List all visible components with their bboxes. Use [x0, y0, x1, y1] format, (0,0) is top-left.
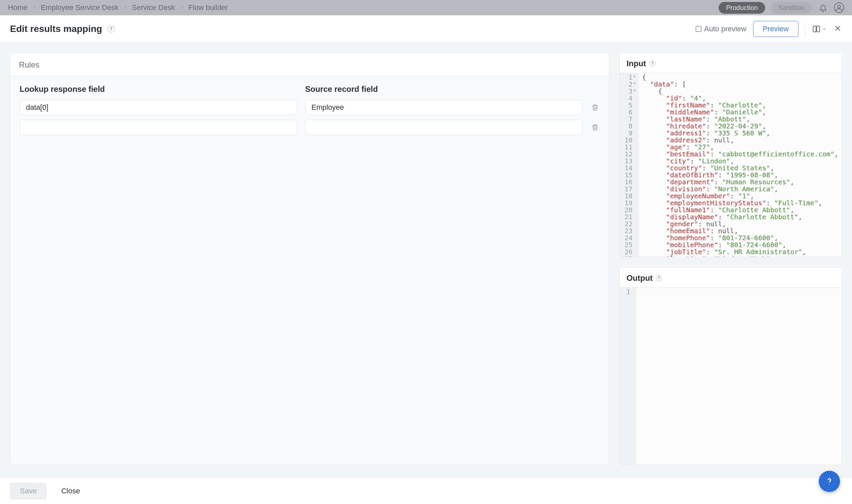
help-icon[interactable]: ?: [656, 275, 662, 281]
page-title: Edit results mapping: [10, 24, 102, 34]
trash-icon[interactable]: [590, 104, 600, 111]
svg-point-3: [829, 484, 830, 484]
chevron-right-icon: [123, 5, 128, 10]
breadcrumb-home[interactable]: Home: [8, 3, 28, 12]
input-panel-title: Input: [626, 59, 646, 68]
checkbox-icon: [696, 26, 702, 32]
preview-button[interactable]: Preview: [753, 21, 798, 37]
lookup-field[interactable]: data[0]: [20, 100, 297, 115]
close-footer-button[interactable]: Close: [55, 483, 87, 499]
input-code-editor[interactable]: 1▾2▾3▾4 5 6 7 8 9 10 11 12 13 14 15 16 1…: [620, 73, 842, 257]
chevron-right-icon: [179, 5, 184, 10]
svg-point-0: [838, 5, 841, 8]
output-code-editor[interactable]: 1: [620, 287, 842, 465]
breadcrumb-esd[interactable]: Employee Service Desk: [41, 3, 119, 12]
rules-panel: Rules Lookup response field Source recor…: [10, 53, 609, 465]
env-sandbox-button[interactable]: Sandbox: [771, 2, 812, 14]
env-production-button[interactable]: Production: [718, 2, 765, 14]
column-lookup-header: Lookup response field: [20, 85, 297, 94]
lookup-field[interactable]: [20, 120, 297, 135]
footer: Save Close: [0, 478, 852, 504]
help-icon[interactable]: ?: [107, 25, 115, 33]
breadcrumb-flowbuilder[interactable]: Flow builder: [189, 3, 228, 12]
column-source-header: Source record field: [305, 85, 583, 94]
breadcrumb-servicedesk[interactable]: Service Desk: [132, 3, 175, 12]
breadcrumb-bar: Home Employee Service Desk Service Desk …: [0, 0, 852, 15]
source-field[interactable]: Employee: [305, 100, 583, 115]
output-panel: Output ? 1: [619, 267, 842, 465]
auto-preview-checkbox[interactable]: Auto preview: [696, 24, 746, 33]
auto-preview-label: Auto preview: [704, 24, 746, 33]
avatar-icon[interactable]: [834, 3, 844, 13]
source-field[interactable]: [305, 120, 583, 135]
svg-rect-2: [817, 26, 820, 32]
output-panel-title: Output: [626, 273, 653, 283]
divider: [805, 22, 805, 36]
close-button[interactable]: [833, 24, 842, 34]
rules-title: Rules: [10, 53, 609, 76]
page-header: Edit results mapping ? Auto preview Prev…: [0, 15, 852, 42]
trash-icon[interactable]: [590, 123, 600, 131]
save-button: Save: [10, 483, 47, 499]
input-panel: Input ? 1▾2▾3▾4 5 6 7 8 9 10 11 12 13 14…: [619, 53, 842, 257]
help-fab-button[interactable]: [819, 471, 840, 492]
svg-rect-1: [813, 26, 816, 32]
chevron-right-icon: [32, 5, 37, 10]
rules-row: data[0]Employee: [20, 100, 600, 115]
rules-row: [20, 120, 600, 135]
help-icon[interactable]: ?: [649, 60, 655, 67]
layout-toggle-button[interactable]: [812, 24, 827, 33]
bell-icon[interactable]: [818, 3, 828, 13]
